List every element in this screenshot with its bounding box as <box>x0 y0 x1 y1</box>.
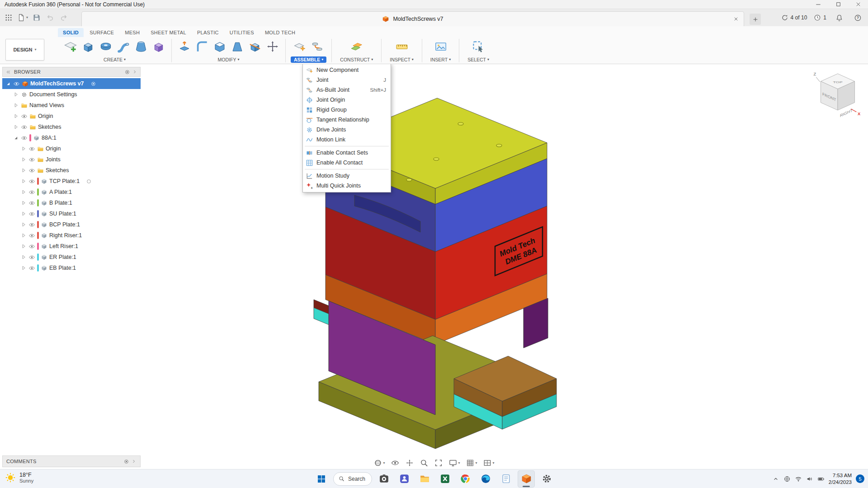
tool-select[interactable] <box>471 39 486 54</box>
visibility-toggle[interactable] <box>28 243 35 250</box>
tool-move-copy[interactable] <box>265 39 280 54</box>
expand-toggle[interactable] <box>20 189 27 195</box>
group-label-construct[interactable]: CONSTRUCT▾ <box>337 56 376 63</box>
tool-fillet[interactable] <box>194 39 210 54</box>
browser-item-bcp-plate-1[interactable]: BCP Plate:1 <box>2 219 141 230</box>
taskbar-app-file-explorer[interactable] <box>416 470 433 488</box>
expand-toggle[interactable] <box>20 178 27 184</box>
tab-mesh[interactable]: MESH <box>120 28 145 37</box>
comments-panel[interactable]: COMMENTS <box>2 455 141 467</box>
visibility-toggle[interactable] <box>28 145 35 152</box>
tool-split-body[interactable] <box>247 39 263 54</box>
activate-component-radio[interactable] <box>86 178 92 184</box>
tool-construction-plane[interactable] <box>349 39 364 54</box>
expand-toggle[interactable] <box>13 113 19 119</box>
expand-toggle[interactable] <box>20 167 27 174</box>
browser-item-a-plate-1[interactable]: A Plate:1 <box>2 187 141 197</box>
browser-item-joints[interactable]: Joints <box>2 154 141 165</box>
tool-measure[interactable] <box>394 39 410 54</box>
expand-toggle[interactable] <box>13 102 19 108</box>
group-label-create[interactable]: CREATE▾ <box>100 56 129 63</box>
expand-toggle[interactable] <box>20 254 27 260</box>
tool-create-sketch[interactable] <box>63 39 78 54</box>
tool-create-form[interactable] <box>151 39 166 54</box>
comments-options-button[interactable] <box>123 459 129 465</box>
nav-look-at[interactable] <box>390 458 400 468</box>
menu-item-multi-quick-joints[interactable]: xMulti Quick Joints <box>303 181 391 191</box>
taskbar-app-fusion-360[interactable] <box>518 470 535 488</box>
tray-chevron-up[interactable] <box>772 475 779 483</box>
nav-grid-snaps[interactable]: ▾ <box>465 458 478 468</box>
menu-item-enable-contact-sets[interactable]: Enable Contact Sets <box>303 148 391 158</box>
tray-network-globe[interactable] <box>783 475 791 483</box>
browser-item-88a-1[interactable]: 88A:1 <box>2 132 141 143</box>
taskbar-app-chrome[interactable] <box>457 470 474 488</box>
save-button[interactable] <box>31 12 42 23</box>
menu-item-motion-link[interactable]: Motion Link <box>303 135 391 145</box>
maximize-button[interactable] <box>828 0 848 9</box>
taskbar-app-notepad[interactable] <box>497 470 514 488</box>
menu-item-tangent-relationship[interactable]: Tangent Relationship <box>303 115 391 125</box>
browser-item-er-plate-1[interactable]: ER Plate:1 <box>2 252 141 263</box>
browser-item-moldtechscrews-v7[interactable]: MoldTechScrews v7 <box>2 78 141 89</box>
activate-component-radio[interactable] <box>90 81 96 87</box>
comments-resize-handle[interactable] <box>131 459 137 464</box>
expand-toggle[interactable] <box>20 232 27 239</box>
menu-item-enable-all-contact[interactable]: Enable All Contact <box>303 158 391 168</box>
visibility-toggle[interactable] <box>28 221 35 228</box>
visibility-toggle[interactable] <box>28 232 35 239</box>
taskbar-search[interactable]: Search <box>333 472 372 486</box>
visibility-toggle[interactable] <box>28 178 35 185</box>
tab-close-button[interactable] <box>733 16 739 23</box>
group-label-select[interactable]: SELECT▾ <box>464 56 492 63</box>
visibility-toggle[interactable] <box>28 189 35 196</box>
expand-toggle[interactable] <box>20 243 27 249</box>
expand-toggle[interactable] <box>13 135 19 141</box>
tool-sweep[interactable] <box>116 39 131 54</box>
tab-utilities[interactable]: UTILITIES <box>225 28 259 37</box>
minimize-button[interactable] <box>808 0 828 9</box>
taskbar-clock[interactable]: 7:53 AM 2/24/2023 <box>829 472 852 486</box>
expand-toggle[interactable] <box>13 124 19 130</box>
browser-item-tcp-plate-1[interactable]: TCP Plate:1 <box>2 176 141 187</box>
collapse-browser-button[interactable] <box>5 69 11 75</box>
visibility-toggle[interactable] <box>28 200 35 206</box>
expand-toggle[interactable] <box>20 145 27 152</box>
tab-mold-tech[interactable]: MOLD TECH <box>260 28 300 37</box>
browser-item-origin[interactable]: Origin <box>2 111 141 122</box>
visibility-toggle[interactable] <box>28 211 35 217</box>
menu-item-drive-joints[interactable]: Drive Joints <box>303 125 391 135</box>
tab-solid[interactable]: SOLID <box>58 28 84 37</box>
notification-badge[interactable]: 5 <box>856 474 864 483</box>
menu-item-as-built-joint[interactable]: As-Built JointShift+J <box>303 85 391 95</box>
nav-pan[interactable] <box>404 458 415 468</box>
expand-toggle[interactable] <box>20 211 27 217</box>
tool-revolve[interactable] <box>98 39 113 54</box>
nav-zoom[interactable] <box>419 458 429 468</box>
browser-item-document-settings[interactable]: Document Settings <box>2 89 141 100</box>
menu-item-joint[interactable]: JointJ <box>303 75 391 85</box>
tray-volume[interactable] <box>806 475 813 483</box>
taskbar-app-camera[interactable] <box>375 470 392 488</box>
expand-toggle[interactable] <box>20 200 27 206</box>
tool-shell[interactable] <box>212 39 227 54</box>
visibility-toggle[interactable] <box>13 80 20 87</box>
visibility-toggle[interactable] <box>28 167 35 174</box>
expand-toggle[interactable] <box>20 265 27 271</box>
group-label-insert[interactable]: INSERT▾ <box>427 56 454 63</box>
taskbar-app-settings[interactable] <box>538 470 555 488</box>
tool-joint[interactable] <box>310 39 325 54</box>
group-label-modify[interactable]: MODIFY▾ <box>215 56 243 63</box>
expand-toggle[interactable] <box>5 80 11 87</box>
expand-toggle[interactable] <box>20 221 27 228</box>
tab-sheet-metal[interactable]: SHEET METAL <box>146 28 191 37</box>
menu-item-new-component[interactable]: New Component <box>303 65 391 75</box>
group-label-inspect[interactable]: INSPECT▾ <box>387 56 417 63</box>
visibility-toggle[interactable] <box>21 135 28 141</box>
file-menu-button[interactable]: ▾ <box>16 12 29 23</box>
menu-item-rigid-group[interactable]: Rigid Group <box>303 105 391 115</box>
browser-item-right-riser-1[interactable]: Right Riser:1 <box>2 230 141 241</box>
tab-plastic[interactable]: PLASTIC <box>192 28 224 37</box>
nav-orbit[interactable]: ▾ <box>373 458 386 468</box>
start-button[interactable] <box>313 470 330 488</box>
